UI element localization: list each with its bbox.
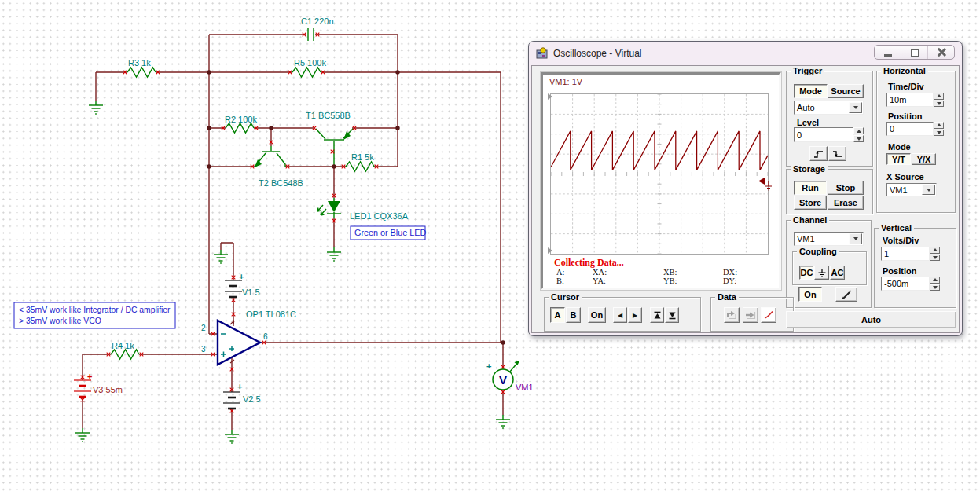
led-led1[interactable] [317, 198, 341, 218]
chevron-down-icon[interactable] [922, 185, 935, 195]
time-div-input[interactable]: 10m [886, 93, 934, 107]
run-button[interactable]: Run [794, 181, 827, 195]
position-marker-top-icon[interactable] [548, 93, 552, 100]
cursor-b-button[interactable]: B [566, 307, 581, 323]
chevron-down-icon[interactable] [849, 102, 862, 113]
label-t2: T2 BC548B [259, 178, 303, 188]
coupling-group-label: Coupling [797, 247, 839, 257]
channel-select[interactable]: VM1 [794, 232, 864, 246]
scope-plot[interactable] [551, 94, 768, 254]
vertical-position-input[interactable]: -500m [881, 277, 930, 291]
svg-text:< 35mV work like Integrator /: < 35mV work like Integrator / DC amplifi… [19, 306, 171, 314]
resistor-r4[interactable] [111, 350, 139, 359]
cursor-a-button[interactable]: A [550, 307, 565, 323]
titlebar[interactable]: Oscilloscope - Virtual [529, 42, 962, 65]
battery-v2[interactable] [223, 392, 240, 409]
minimize-button[interactable] [875, 46, 901, 59]
cursor-on-button[interactable]: On [588, 307, 606, 323]
trigger-level-input[interactable]: 0 [794, 127, 853, 142]
auto-button[interactable]: Auto [786, 311, 956, 328]
yt-mode-button[interactable]: Y/T [886, 153, 911, 165]
ground-icon[interactable] [75, 428, 90, 442]
cursor-jump-up-button[interactable] [650, 307, 664, 323]
annotation-led-note[interactable]: Green or Blue LED [351, 226, 426, 240]
ground-icon[interactable] [225, 430, 239, 443]
volts-div-spinner[interactable] [930, 247, 940, 261]
x-source-select[interactable]: VM1 [886, 183, 937, 196]
curve-icon [763, 310, 774, 320]
readout-b: B: [556, 277, 564, 285]
horizontal-position-input[interactable]: 0 [886, 122, 934, 136]
restore-button[interactable] [901, 46, 927, 59]
transistor-t1[interactable] [316, 129, 353, 167]
trigger-level-marker[interactable] [757, 175, 774, 191]
data-curve-button[interactable] [761, 307, 776, 323]
label-v3: V3 55m [93, 385, 123, 394]
trigger-mode-select[interactable]: Auto [794, 101, 864, 115]
cursor-right-button[interactable]: ▶ [628, 307, 642, 323]
channel-group-label: Channel [791, 215, 829, 225]
vertical-position-spinner[interactable] [930, 277, 940, 291]
cursor-left-button[interactable]: ◀ [613, 307, 627, 323]
stop-button[interactable]: Stop [828, 181, 864, 195]
time-div-spinner[interactable] [934, 93, 944, 107]
oscilloscope-window[interactable]: Oscilloscope - Virtual VM1: 1V Collectin… [528, 41, 963, 336]
resistor-r2[interactable] [226, 123, 254, 133]
channel-scale-label: VM1: 1V [549, 77, 582, 86]
store-button[interactable]: Store [794, 196, 827, 210]
horizontal-position-label: Position [888, 112, 922, 121]
readout-xa: XA: [593, 268, 607, 277]
annotation-note[interactable]: < 35mV work like Integrator / DC amplifi… [14, 302, 175, 328]
trigger-falling-edge-button[interactable] [828, 146, 846, 161]
label-op1: OP1 TL081C [246, 310, 296, 319]
ground-icon[interactable] [89, 101, 103, 114]
opamp-op1[interactable] [218, 321, 260, 365]
ground-icon[interactable] [214, 250, 228, 263]
battery-v1[interactable] [225, 280, 242, 297]
import-arrow-icon [726, 310, 737, 320]
label-vm1: VM1 [516, 383, 534, 392]
pin-2: 2 [201, 324, 206, 332]
horizontal-position-spinner[interactable] [934, 122, 944, 136]
close-button[interactable] [927, 46, 954, 59]
probe-button[interactable] [835, 287, 857, 302]
trigger-rising-edge-button[interactable] [809, 146, 828, 161]
minimize-icon [884, 54, 892, 57]
coupling-dc-button[interactable]: DC [799, 266, 814, 280]
erase-button[interactable]: Erase [828, 196, 864, 210]
data-import-button[interactable] [724, 307, 740, 323]
capacitor-c1[interactable] [308, 28, 314, 41]
readout-a: A: [556, 268, 565, 277]
trigger-source-button[interactable]: Source [828, 84, 864, 98]
resistor-r5[interactable] [292, 68, 321, 77]
storage-group-label: Storage [791, 164, 828, 174]
restore-icon [911, 49, 919, 57]
ground-icon[interactable] [327, 247, 341, 261]
volts-div-input[interactable]: 1 [881, 247, 930, 261]
battery-v3[interactable] [74, 380, 91, 397]
position-marker-bottom-icon[interactable] [548, 247, 552, 254]
chevron-down-icon[interactable] [849, 233, 862, 244]
wire-network[interactable] [83, 35, 503, 430]
schematic-canvas[interactable]: V C1 220n R3 1k R5 100k R2 100k T1 BC558… [0, 0, 550, 491]
ground-icon[interactable] [496, 415, 510, 428]
channel-on-button[interactable]: On [798, 287, 822, 302]
vertical-position-label: Position [883, 266, 916, 276]
trigger-level-spinner[interactable] [853, 127, 864, 142]
v3-plus: + [87, 372, 92, 381]
transistor-t2[interactable] [255, 146, 285, 167]
coupling-ground-button[interactable] [814, 266, 829, 280]
label-v1: V1 5 [242, 288, 260, 297]
arrow-left-icon: ◀ [618, 312, 622, 319]
resistor-r3[interactable] [127, 68, 156, 77]
label-c1: C1 220n [301, 16, 334, 26]
yx-mode-button[interactable]: Y/X [912, 153, 936, 165]
data-group-label: Data [715, 292, 739, 302]
label-t1: T1 BC558B [306, 111, 351, 120]
data-export-button[interactable] [743, 307, 758, 323]
cursor-jump-down-button[interactable] [665, 307, 679, 323]
resistor-r1[interactable] [346, 162, 374, 171]
trigger-mode-button[interactable]: Mode [794, 84, 828, 98]
coupling-ac-button[interactable]: AC [830, 266, 845, 280]
readout-dy: DY: [723, 277, 736, 285]
